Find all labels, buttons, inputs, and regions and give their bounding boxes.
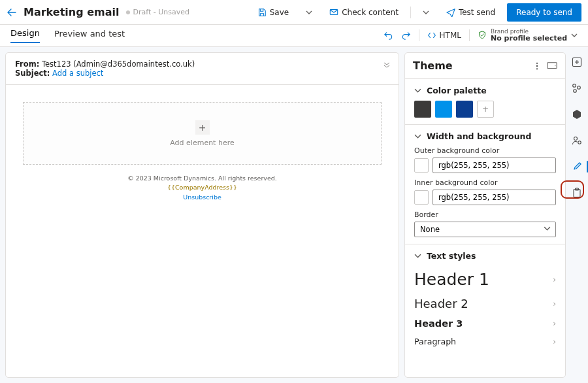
shield-check-icon [478, 31, 487, 40]
rail-general[interactable] [570, 107, 584, 122]
chevron-down-icon [571, 32, 578, 39]
app-header: Marketing email Draft - Unsaved Save Che… [0, 0, 588, 25]
palette-add[interactable]: + [477, 101, 494, 118]
inner-bg-swatch[interactable] [414, 190, 429, 205]
tab-preview[interactable]: Preview and test [54, 29, 125, 42]
html-view-button[interactable]: HTML [427, 31, 461, 40]
outer-bg-input[interactable] [433, 158, 556, 173]
back-button[interactable] [7, 7, 17, 18]
chevron-down-icon [414, 87, 421, 94]
more-vertical-icon [532, 61, 542, 71]
person-settings-icon [572, 135, 582, 146]
outer-bg-label: Outer background color [414, 146, 556, 155]
svg-point-1 [536, 62, 538, 63]
check-content-chevron[interactable] [417, 3, 434, 22]
drop-zone[interactable]: + Add element here [23, 102, 382, 165]
border-select[interactable] [414, 222, 556, 237]
outer-bg-swatch[interactable] [414, 158, 429, 173]
arrow-left-icon [7, 7, 17, 18]
rail-sections[interactable] [570, 81, 584, 95]
section-color-palette: Color palette + [405, 78, 565, 124]
subject-link[interactable]: Add a subject [52, 69, 103, 78]
undo-icon [384, 31, 393, 41]
check-content-button[interactable]: Check content [324, 3, 404, 22]
svg-point-9 [574, 90, 577, 93]
sub-header: Design Preview and test HTML Brand profi… [0, 25, 588, 47]
theme-panel: Theme Color palette + Width and backgrou… [404, 52, 566, 378]
brand-profile-selector[interactable]: Brand profile No profile selected [478, 29, 578, 43]
panel-title: Theme [413, 59, 527, 72]
style-paragraph[interactable]: Paragraph› [414, 333, 556, 350]
undo-button[interactable] [384, 31, 393, 41]
right-rail [566, 47, 588, 383]
svg-point-11 [578, 141, 581, 144]
chevron-right-icon: › [553, 275, 556, 284]
tab-design[interactable]: Design [10, 28, 40, 43]
svg-point-5 [555, 65, 555, 65]
panel-device-button[interactable] [547, 61, 557, 71]
chevron-down-icon [544, 225, 551, 232]
border-label: Border [414, 210, 556, 219]
clipboard-icon [572, 188, 582, 198]
page-title: Marketing email [24, 6, 120, 18]
device-icon [547, 61, 557, 71]
from-value: Test123 (Admin@d365domaintest.co.uk) [42, 59, 195, 69]
draft-status: Draft - Unsaved [126, 8, 189, 16]
company-address-token: {{CompanyAddress}} [23, 183, 382, 192]
section-text-styles: Text styles Header 1› Header 2› Header 3… [405, 244, 565, 357]
redo-button[interactable] [401, 31, 411, 41]
svg-point-8 [578, 86, 581, 90]
palette-swatch[interactable] [435, 101, 452, 118]
email-meta: From: Test123 (Admin@d365domaintest.co.u… [6, 53, 399, 85]
collapse-meta-button[interactable] [383, 61, 391, 69]
style-h2[interactable]: Header 2› [414, 293, 556, 314]
workspace: From: Test123 (Admin@d365domaintest.co.u… [0, 47, 588, 383]
svg-point-10 [574, 137, 578, 141]
chevron-right-icon: › [553, 337, 556, 346]
mail-check-icon [329, 8, 338, 17]
section-width-background: Width and background Outer background co… [405, 124, 565, 244]
redo-icon [401, 31, 411, 41]
subject-label: Subject: [15, 69, 50, 78]
style-h1[interactable]: Header 1› [414, 266, 556, 293]
chevron-down-icon [306, 9, 312, 16]
palette-swatch[interactable] [414, 101, 431, 118]
plus-icon: + [195, 120, 210, 135]
rail-clipboard[interactable] [570, 186, 584, 200]
palette-swatch[interactable] [456, 101, 473, 118]
rail-add-element[interactable] [570, 55, 584, 69]
chevron-down-icon [423, 9, 429, 16]
rail-personalize[interactable] [570, 133, 584, 148]
chevron-right-icon: › [553, 319, 556, 328]
palette-swatches: + [414, 101, 556, 118]
send-icon [446, 8, 455, 17]
double-chevron-down-icon [383, 61, 391, 69]
unsubscribe-link[interactable]: Unsubscribe [23, 193, 382, 202]
test-send-button[interactable]: Test send [441, 3, 500, 22]
save-icon [257, 8, 267, 17]
sections-icon [572, 83, 582, 93]
svg-point-3 [536, 68, 538, 69]
panel-more-button[interactable] [532, 61, 542, 71]
svg-point-7 [573, 84, 576, 88]
brush-icon [572, 161, 582, 172]
chevron-right-icon: › [553, 299, 556, 308]
add-square-icon [572, 57, 582, 67]
from-label: From: [15, 59, 39, 69]
section-header-width-bg[interactable]: Width and background [414, 131, 556, 141]
code-icon [427, 31, 436, 40]
style-h3[interactable]: Header 3› [414, 314, 556, 333]
inner-bg-label: Inner background color [414, 178, 556, 187]
save-button[interactable]: Save [252, 3, 294, 22]
email-footer: © 2023 Microsoft Dynamics. All rights re… [23, 165, 382, 211]
section-header-text-styles[interactable]: Text styles [414, 251, 556, 261]
email-canvas: From: Test123 (Admin@d365domaintest.co.u… [5, 52, 399, 378]
chevron-down-icon [414, 252, 421, 259]
save-chevron[interactable] [301, 3, 318, 22]
hex-icon [572, 109, 582, 120]
inner-bg-input[interactable] [433, 190, 556, 205]
section-header-palette[interactable]: Color palette [414, 86, 556, 95]
rail-theme[interactable] [570, 159, 584, 174]
ready-to-send-button[interactable]: Ready to send [507, 3, 581, 22]
chevron-down-icon [414, 133, 421, 140]
